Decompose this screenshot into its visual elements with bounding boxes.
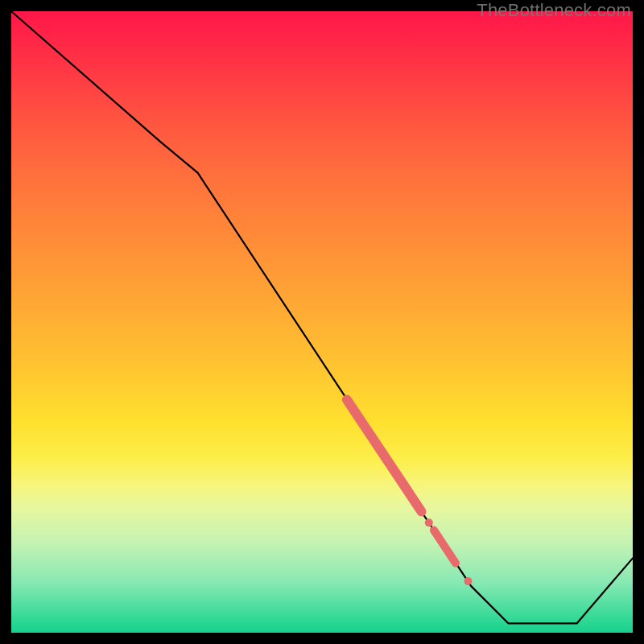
thick-segment-2 — [434, 530, 456, 564]
dot-1 — [425, 518, 433, 526]
chart-svg — [11, 11, 633, 633]
dot-2 — [464, 577, 472, 585]
bottleneck-curve — [11, 11, 633, 623]
chart-frame: TheBottleneck.com — [0, 0, 644, 644]
thick-segment-1 — [347, 400, 422, 512]
